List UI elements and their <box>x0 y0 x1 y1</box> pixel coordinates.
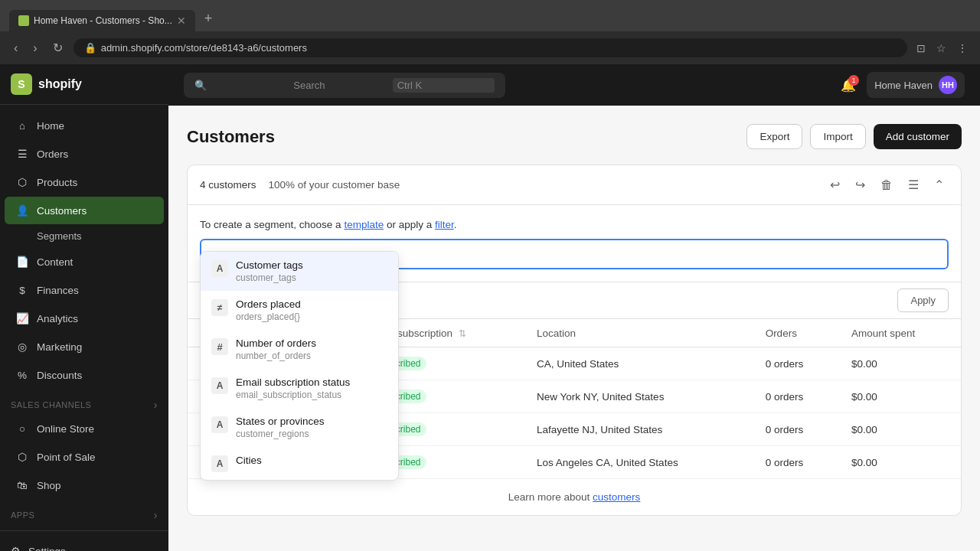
sidebar-item-home[interactable]: ⌂ Home <box>5 112 164 139</box>
email-sub-label: Email subscription status <box>236 377 387 388</box>
sidebar-item-products[interactable]: ⬡ Products <box>5 168 164 196</box>
sidebar-item-online-store[interactable]: ○ Online Store <box>5 415 164 442</box>
learn-more-text: Learn more about <box>508 491 593 503</box>
search-placeholder: Search <box>293 80 386 91</box>
store-name: Home Haven <box>874 80 933 91</box>
filter-btn[interactable]: ☰ <box>903 174 923 195</box>
customers-link[interactable]: customers <box>593 491 640 503</box>
back-btn[interactable]: ‹ <box>9 38 22 58</box>
collapse-btn[interactable]: ⌃ <box>929 174 949 195</box>
sort-icon: ⇅ <box>459 328 466 339</box>
redo-btn[interactable]: ↪ <box>851 174 870 195</box>
dropdown-scroll: A Customer tags customer_tags ≠ Orders p… <box>201 252 398 480</box>
row-orders: 0 orders <box>753 380 839 413</box>
sidebar-item-label: Orders <box>37 148 68 160</box>
number-orders-label: Number of orders <box>236 337 387 349</box>
export-btn[interactable]: Export <box>746 124 802 149</box>
home-icon: ⌂ <box>15 119 29 132</box>
sidebar-sub-item-segments[interactable]: Segments <box>5 225 164 247</box>
col-orders: Orders <box>753 319 839 347</box>
tab-close-btn[interactable]: ✕ <box>177 15 186 27</box>
import-btn[interactable]: Import <box>810 124 865 149</box>
sidebar-item-analytics[interactable]: 📈 Analytics <box>5 305 164 332</box>
sidebar-item-label: Home <box>37 120 64 132</box>
row-orders: 0 orders <box>753 446 839 479</box>
template-link[interactable]: template <box>344 219 384 230</box>
content-icon: 📄 <box>15 255 29 269</box>
sidebar-item-shop[interactable]: 🛍 Shop <box>5 471 164 499</box>
refresh-btn[interactable]: ↻ <box>48 37 67 58</box>
active-tab[interactable]: Home Haven - Customers - Sho... ✕ <box>9 10 195 31</box>
sidebar-item-finances[interactable]: $ Finances <box>5 276 164 304</box>
browser-toolbar: ‹ › ↻ 🔒 admin.shopify.com/store/de8143-a… <box>0 31 980 64</box>
address-bar[interactable]: 🔒 admin.shopify.com/store/de8143-a6/cust… <box>74 38 907 57</box>
dropdown-item-cities[interactable]: A Cities <box>201 447 398 480</box>
row-location: New York NY, United States <box>524 380 753 413</box>
bookmark-btn[interactable]: ☆ <box>933 39 949 57</box>
lock-icon: 🔒 <box>84 42 96 54</box>
row-orders: 0 orders <box>753 413 839 446</box>
filter-dropdown: A Customer tags customer_tags ≠ Orders p… <box>200 251 399 481</box>
orders-placed-icon: ≠ <box>211 299 228 316</box>
sidebar-item-orders[interactable]: ☰ Orders <box>5 140 164 168</box>
states-content: States or provinces customer_regions <box>236 416 387 439</box>
more-btn[interactable]: ⋮ <box>954 39 971 57</box>
row-amount: $0.00 <box>839 446 961 479</box>
delete-segment-btn[interactable]: 🗑 <box>876 175 897 195</box>
sidebar-item-content[interactable]: 📄 Content <box>5 248 164 276</box>
expand-icon[interactable]: › <box>154 399 158 411</box>
page-header: Customers Export Import Add customer <box>187 124 962 149</box>
search-bar[interactable]: 🔍 Search Ctrl K <box>184 73 505 98</box>
sidebar-item-marketing[interactable]: ◎ Marketing <box>5 333 164 360</box>
forward-btn[interactable]: › <box>28 38 41 58</box>
sidebar-item-label: Marketing <box>37 341 82 353</box>
orders-icon: ☰ <box>15 147 29 161</box>
segment-text-middle: or apply a <box>384 219 435 230</box>
store-switcher[interactable]: Home Haven HH <box>867 72 965 98</box>
undo-btn[interactable]: ↩ <box>825 174 844 195</box>
apply-btn[interactable]: Apply <box>897 289 949 312</box>
row-orders: 0 orders <box>753 347 839 380</box>
customers-icon: 👤 <box>15 204 29 217</box>
marketing-icon: ◎ <box>15 340 29 354</box>
add-customer-btn[interactable]: Add customer <box>874 124 962 149</box>
row-amount: $0.00 <box>839 380 961 413</box>
new-tab-btn[interactable]: + <box>198 6 219 31</box>
url-text: admin.shopify.com/store/de8143-a6/custom… <box>101 42 307 54</box>
settings-label: Settings <box>28 546 66 552</box>
main: 🔍 Search Ctrl K 🔔 1 Home Haven HH Custom… <box>168 64 980 551</box>
row-location: Lafayette NJ, United States <box>524 413 753 446</box>
cities-icon: A <box>211 455 228 472</box>
settings-item[interactable]: ⚙ Settings <box>11 540 158 551</box>
dropdown-item-states-provinces[interactable]: A States or provinces customer_regions <box>201 408 398 447</box>
sidebar-item-point-of-sale[interactable]: ⬡ Point of Sale <box>5 443 164 471</box>
products-icon: ⬡ <box>15 175 29 189</box>
customers-card: 4 customers 100% of your customer base ↩… <box>187 165 962 516</box>
sidebar-footer: ⚙ Settings <box>0 530 168 551</box>
sidebar-item-label: Analytics <box>37 313 78 324</box>
states-label: States or provinces <box>236 416 387 427</box>
dropdown-item-number-of-orders[interactable]: # Number of orders number_of_orders <box>201 330 398 369</box>
customer-tags-label: Customer tags <box>236 259 387 271</box>
page-title: Customers <box>187 127 275 147</box>
notification-badge: 1 <box>848 75 859 86</box>
customer-tags-sub: customer_tags <box>236 272 387 283</box>
dropdown-item-orders-placed[interactable]: ≠ Orders placed orders_placed{} <box>201 291 398 330</box>
toolbar-actions: ↩ ↪ 🗑 ☰ ⌃ <box>825 174 949 195</box>
extension-btn[interactable]: ⊡ <box>913 39 929 57</box>
discounts-icon: % <box>15 368 29 382</box>
segment-text: To create a segment, choose a template o… <box>200 217 949 233</box>
sidebar-item-label: Content <box>37 256 73 268</box>
apps-expand-icon[interactable]: › <box>154 509 158 521</box>
header-actions: Export Import Add customer <box>746 124 962 149</box>
row-location: Los Angeles CA, United States <box>524 446 753 479</box>
sidebar-item-customers[interactable]: 👤 Customers <box>5 197 164 224</box>
filter-link[interactable]: filter <box>435 219 454 230</box>
dropdown-item-email-subscription[interactable]: A Email subscription status email_subscr… <box>201 369 398 408</box>
sidebar-item-discounts[interactable]: % Discounts <box>5 361 164 389</box>
shopify-logo: S shopify <box>11 73 82 95</box>
dropdown-item-customer-tags[interactable]: A Customer tags customer_tags <box>201 252 398 291</box>
orders-placed-label: Orders placed <box>236 298 387 310</box>
cities-content: Cities <box>236 455 387 466</box>
notifications-btn[interactable]: 🔔 1 <box>838 75 859 96</box>
